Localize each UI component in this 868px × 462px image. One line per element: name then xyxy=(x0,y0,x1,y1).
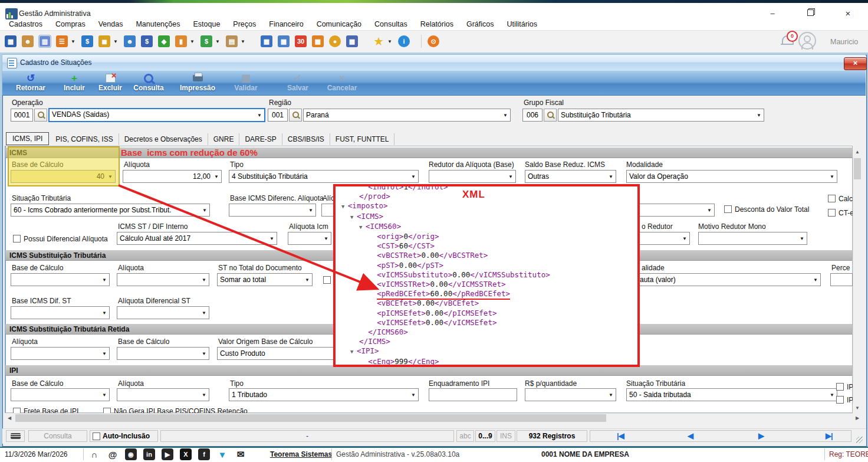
ret-aliquota-combo[interactable] xyxy=(11,347,110,360)
icms-aliquota-combo[interactable]: 12,00 xyxy=(123,170,222,183)
users-icon[interactable]: ☻ xyxy=(22,35,34,47)
vertical-scrollbar[interactable] xyxy=(853,148,863,413)
brand-link[interactable]: Teorema Sistemas xyxy=(270,450,332,458)
icms-st-dif-combo[interactable]: Cálculo Atual até 2017 xyxy=(117,232,277,245)
power-icon[interactable]: ⊙ xyxy=(428,35,439,47)
cancelar-button[interactable]: ×Cancelar xyxy=(323,73,361,92)
statusbar-consulta[interactable]: Consulta xyxy=(28,430,87,442)
ipi-enquadramento-input[interactable] xyxy=(429,388,517,401)
st-base-combo[interactable] xyxy=(11,273,110,286)
icms-base-diferenc-combo[interactable] xyxy=(229,204,316,217)
window-close-button[interactable]: × xyxy=(844,57,867,70)
first-record-button[interactable]: |◀ xyxy=(617,431,624,440)
folder-icon-caret[interactable]: ▼ xyxy=(190,39,195,44)
consulta-button[interactable]: Consulta xyxy=(129,73,169,92)
menu-comunicação[interactable]: Comunicação xyxy=(310,19,368,30)
operacao-combo[interactable]: VENDAS (Saidas) xyxy=(48,108,265,122)
st-hidden-checkbox[interactable] xyxy=(323,276,331,284)
headset-icon[interactable]: ∩ xyxy=(88,448,100,460)
icms-tipo-combo[interactable]: 4 Substituição Tributária xyxy=(229,170,419,183)
favorite-star-icon-caret[interactable]: ▼ xyxy=(387,39,392,44)
tab-cbs-ibs-is[interactable]: CBS/IBS/IS xyxy=(282,133,330,145)
ipi-clipped-checkbox-1[interactable] xyxy=(836,383,844,391)
next-record-button[interactable]: ▶ xyxy=(758,431,764,440)
regiao-combo[interactable]: Paraná xyxy=(303,109,511,122)
st-aliquota-combo[interactable] xyxy=(117,273,209,286)
ret-base-combo[interactable] xyxy=(117,347,209,360)
cte-clipped-checkbox[interactable] xyxy=(828,209,836,217)
menu-preços[interactable]: Preços xyxy=(226,19,262,30)
calendar-30-icon[interactable]: 30 xyxy=(295,35,307,47)
icms-saldo-combo[interactable]: Outras xyxy=(525,170,616,183)
x-icon[interactable]: X xyxy=(180,448,192,460)
menu-compras[interactable]: Compras xyxy=(49,19,92,30)
scroll-left-icon[interactable]: ◀ xyxy=(5,413,14,423)
favorite-star-icon[interactable]: ★ xyxy=(373,35,384,47)
menu-consultas[interactable]: Consultas xyxy=(368,19,414,30)
possui-diferencial-checkbox[interactable] xyxy=(13,235,21,243)
resize-grip[interactable] xyxy=(856,437,863,443)
user-avatar[interactable] xyxy=(798,32,816,50)
facebook-icon[interactable]: f xyxy=(198,448,210,460)
tab-gnre[interactable]: GNRE xyxy=(208,133,240,145)
ipi-rs-combo[interactable] xyxy=(525,388,616,401)
auto-inclusao-checkbox[interactable] xyxy=(93,432,100,440)
desconta-checkbox[interactable] xyxy=(724,205,732,213)
register-icon[interactable]: ▤ xyxy=(226,35,238,47)
operacao-search-icon[interactable] xyxy=(34,109,47,122)
lock-icon[interactable]: ● xyxy=(329,35,341,47)
prev-record-button[interactable]: ◀ xyxy=(688,431,693,440)
regiao-code-field[interactable]: 001 xyxy=(268,109,288,122)
icms-base-calculo-combo[interactable]: 40 xyxy=(11,170,116,183)
ipi-situacao-combo[interactable]: 50 - Saida tributada xyxy=(626,388,837,401)
operacao-code-field[interactable]: 0001 xyxy=(11,109,33,122)
icms-redutor-combo[interactable] xyxy=(429,170,516,183)
scroll-down-icon[interactable]: ▼ xyxy=(853,404,862,413)
regiao-search-icon[interactable] xyxy=(289,109,302,122)
funnel-icon[interactable]: ▼ xyxy=(216,448,228,460)
bank-icon[interactable]: $ xyxy=(141,35,153,47)
st-base-dif-combo[interactable] xyxy=(11,306,110,319)
motivo-redutor-combo[interactable] xyxy=(698,232,807,245)
calc-calendar-icon[interactable]: ▦ xyxy=(261,35,272,47)
aliquota-icm-clipped-combo[interactable] xyxy=(288,232,331,245)
package-icon[interactable]: ◼ xyxy=(98,35,110,47)
last-record-button[interactable]: ▶| xyxy=(826,431,833,440)
grupo-fiscal-combo[interactable]: Substituição Tributária xyxy=(558,109,764,122)
sales-doc-icon[interactable]: $ xyxy=(81,35,93,47)
menu-estoque[interactable]: Estoque xyxy=(186,19,226,30)
money-icon-caret[interactable]: ▼ xyxy=(215,39,220,44)
ipi-aliquota-combo[interactable] xyxy=(117,388,209,401)
icms-situacao-combo[interactable]: 60 - Icms Cobrado anteriormente por Subs… xyxy=(11,204,210,217)
horizontal-scroll-thumb[interactable] xyxy=(15,414,606,422)
hierarchy-icon-caret[interactable]: ▼ xyxy=(71,39,75,44)
menu-financeiro[interactable]: Financeiro xyxy=(262,19,310,30)
envelope-icon[interactable]: ✉ xyxy=(235,448,246,460)
hierarchy-icon[interactable]: ☰ xyxy=(56,35,68,47)
instagram-icon[interactable]: ◉ xyxy=(125,448,137,460)
calendar-tax-icon[interactable]: ▦ xyxy=(312,35,324,47)
calc-clipped-checkbox[interactable] xyxy=(828,195,836,202)
folder-icon[interactable]: ▮ xyxy=(175,35,187,47)
excluir-button[interactable]: Excluir xyxy=(94,73,127,92)
ipi-base-combo[interactable] xyxy=(11,388,110,401)
salvar-button[interactable]: ✓Salvar xyxy=(281,73,315,92)
grupo-fiscal-code-field[interactable]: 006 xyxy=(522,109,542,122)
keyboard-button[interactable] xyxy=(6,430,25,442)
tab-decretos-e-observa-es[interactable]: Decretos e Observações xyxy=(119,133,208,145)
ipi-tipo-combo[interactable]: 1 Tributado xyxy=(229,388,419,401)
ipi-clipped-checkbox-2[interactable] xyxy=(836,396,844,404)
impressao-button[interactable]: Impressão xyxy=(175,73,221,92)
linkedin-icon[interactable]: in xyxy=(143,448,155,460)
auto-inclusao-cell[interactable]: Auto-Inclusão xyxy=(90,430,158,442)
menu-manutenções[interactable]: Manutenções xyxy=(129,19,186,30)
register-icon-caret[interactable]: ▼ xyxy=(241,39,245,44)
st-modalidade-combo[interactable]: Pauta (valor) xyxy=(632,273,821,286)
tab-dare-sp[interactable]: DARE-SP xyxy=(239,133,282,145)
cart-icon[interactable]: ◆ xyxy=(158,35,170,47)
at-icon[interactable]: @ xyxy=(107,448,119,460)
tab-icms-ipi[interactable]: ICMS, IPI xyxy=(6,132,49,145)
youtube-icon[interactable]: ▶ xyxy=(162,448,173,460)
person-icon[interactable]: ☻ xyxy=(124,35,136,47)
validar-button[interactable]: ▦Validar xyxy=(228,73,264,92)
